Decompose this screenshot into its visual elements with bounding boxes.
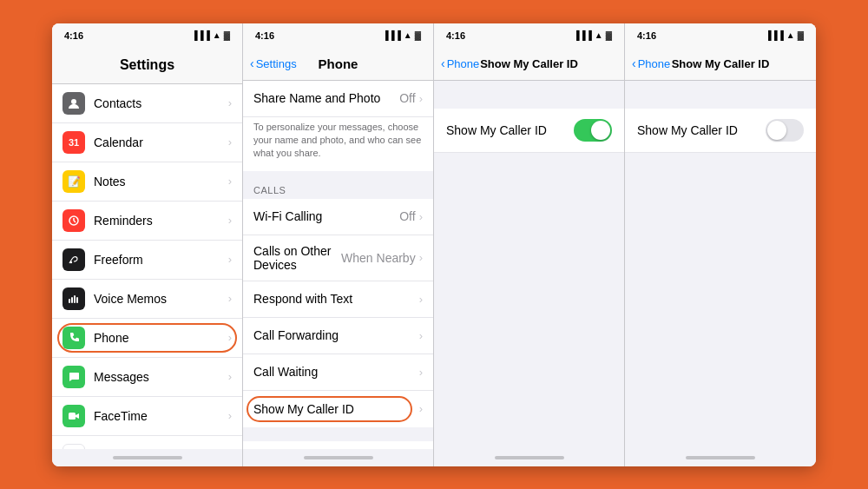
call-forwarding-chevron: › [419,329,423,342]
wifi-icon: ▲ [213,30,221,40]
contacts-icon [62,92,85,115]
time-2: 4:16 [255,30,274,41]
caller-id-on-back-button[interactable]: ‹ Phone [441,56,479,70]
phone-nav-bar: ‹ Settings Phone [243,48,433,81]
signal-bars-icon-3: ▐▐▐ [574,30,592,40]
share-section: Share Name and Photo Off › To personaliz… [243,81,433,171]
call-forwarding-label: Call Forwarding [253,328,419,342]
settings-row-reminders[interactable]: Reminders › [52,202,242,241]
freeform-icon [62,248,85,271]
settings-section-apps: Contacts › 31 Calendar › 📝 Notes › [52,84,242,449]
signal-icons-2: ▐▐▐ ▲ ▓ [383,30,421,40]
wifi-calling-chevron: › [419,210,423,223]
caller-id-off-row[interactable]: Show My Caller ID [625,109,816,153]
settings-row-contacts[interactable]: Contacts › [52,84,242,123]
contacts-label: Contacts [94,96,228,110]
back-chevron-icon-3: ‹ [441,56,445,70]
caller-id-on-toggle[interactable] [574,119,612,142]
settings-title: Settings [120,57,174,73]
wifi-calling-label: Wi-Fi Calling [253,209,399,223]
settings-row-safari[interactable]: Safari › [52,436,242,449]
phone-back-label: Settings [256,57,297,70]
time-3: 4:16 [446,30,465,41]
notes-label: Notes [94,175,228,188]
call-waiting-label: Call Waiting [253,365,419,379]
calendar-icon: 31 [62,131,85,154]
signal-bars-icon-2: ▐▐▐ [383,30,401,40]
settings-row-phone[interactable]: Phone › [52,319,242,358]
signal-icons-3: ▐▐▐ ▲ ▓ [574,30,612,40]
messages-label: Messages [94,370,228,384]
caller-id-off-row-label: Show My Caller ID [637,123,766,137]
phone-label: Phone [94,331,228,345]
notes-icon: 📝 [62,170,85,193]
phone-chevron: › [228,331,232,344]
call-waiting-row[interactable]: Call Waiting › [243,354,433,391]
phone-back-button[interactable]: ‹ Settings [250,56,297,70]
phone-icon [62,327,85,349]
settings-row-voicememos[interactable]: Voice Memos › [52,280,242,319]
respond-text-row[interactable]: Respond with Text › [243,281,433,318]
wifi-calling-row[interactable]: Wi-Fi Calling Off › [243,199,433,235]
time-1: 4:16 [64,30,83,41]
show-caller-id-label: Show My Caller ID [253,402,419,416]
home-indicator-1 [52,449,242,466]
calls-header: CALLS [243,171,433,199]
reminders-icon [62,209,85,232]
caller-id-on-row[interactable]: Show My Caller ID [434,109,624,153]
share-name-photo-value: Off [399,91,415,105]
caller-id-off-back-button[interactable]: ‹ Phone [632,56,670,70]
status-bar-3: 4:16 ▐▐▐ ▲ ▓ [434,23,624,48]
battery-icon-2: ▓ [415,30,421,40]
caller-id-on-back-label: Phone [447,57,480,70]
screenshot-container: 4:16 ▐▐▐ ▲ ▓ Settings Contacts › [52,23,816,466]
settings-row-freeform[interactable]: Freeform › [52,241,242,280]
caller-id-off-back-label: Phone [638,57,671,70]
phone-nav-title: Phone [319,56,358,71]
notes-chevron: › [228,175,232,188]
share-description: To personalize your messages, choose you… [243,117,433,171]
share-name-photo-row[interactable]: Share Name and Photo Off › [243,81,433,117]
phone-content: Share Name and Photo Off › To personaliz… [243,81,433,449]
home-indicator-4 [625,449,816,466]
settings-row-notes[interactable]: 📝 Notes › [52,162,242,202]
contacts-chevron: › [228,96,232,109]
phone-settings-screen: 4:16 ▐▐▐ ▲ ▓ ‹ Settings Phone Share Name… [243,23,434,466]
caller-id-on-row-label: Show My Caller ID [446,123,574,137]
respond-text-label: Respond with Text [253,292,419,306]
caller-id-off-screen: 4:16 ▐▐▐ ▲ ▓ ‹ Phone Show My Caller ID S… [625,23,816,466]
settings-row-messages[interactable]: Messages › [52,358,242,397]
facetime-chevron: › [228,409,232,422]
signal-icons-1: ▐▐▐ ▲ ▓ [192,30,230,40]
settings-list[interactable]: Contacts › 31 Calendar › 📝 Notes › [52,84,242,449]
svg-rect-8 [76,297,78,303]
signal-bars-icon-4: ▐▐▐ [766,30,784,40]
wifi-icon-4: ▲ [786,30,795,40]
call-forwarding-row[interactable]: Call Forwarding › [243,318,433,354]
battery-icon: ▓ [224,30,230,40]
facetime-icon [62,405,85,427]
back-chevron-icon: ‹ [250,56,254,70]
calls-section: Wi-Fi Calling Off › Calls on Other Devic… [243,199,433,427]
signal-icons-4: ▐▐▐ ▲ ▓ [766,30,804,40]
caller-id-off-nav-bar: ‹ Phone Show My Caller ID [625,48,816,81]
show-caller-id-row[interactable]: Show My Caller ID › [243,391,433,427]
spacer-1 [243,427,433,441]
settings-row-calendar[interactable]: 31 Calendar › [52,123,242,162]
calls-other-devices-label: Calls on Other Devices [253,244,341,272]
svg-rect-6 [71,297,73,303]
caller-id-off-toggle[interactable] [766,119,804,142]
settings-row-facetime[interactable]: FaceTime › [52,397,242,436]
messages-icon [62,366,85,388]
toggle-knob-on [591,121,610,140]
calls-other-devices-value: When Nearby [341,251,416,265]
settings-nav-bar: Settings [52,48,242,84]
spacer-caller-id-on [434,81,624,95]
caller-id-on-content: Show My Caller ID [434,81,624,449]
wifi-calling-value: Off [399,209,415,223]
calls-other-devices-row[interactable]: Calls on Other Devices When Nearby › [243,235,433,281]
caller-id-on-nav-title: Show My Caller ID [480,57,578,70]
live-voicemail-row[interactable]: Live Voicemail On › [243,441,433,449]
spacer-caller-id-off [625,81,816,95]
voicememos-label: Voice Memos [94,292,228,306]
